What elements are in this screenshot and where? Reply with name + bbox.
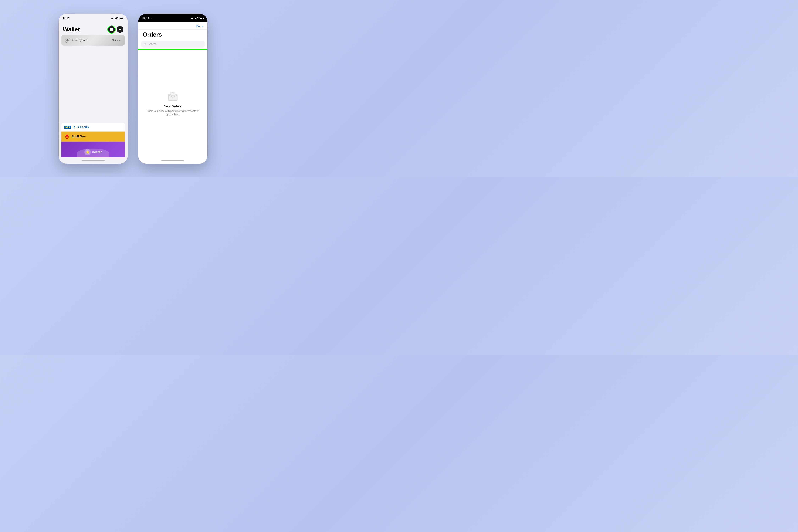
orders-signal-icon [191, 17, 194, 19]
svg-rect-7 [171, 92, 175, 95]
done-button[interactable]: Done [196, 24, 203, 28]
orders-phone: 12:14 4G Done Orders [138, 14, 208, 164]
barclaycard-type: Platinum [112, 39, 121, 42]
orders-battery-icon [199, 17, 203, 19]
barclaycard-logo-icon [65, 37, 71, 43]
orders-button[interactable] [108, 26, 115, 33]
barclaycard-item[interactable]: barclaycard Platinum [61, 35, 125, 45]
shell-card[interactable]: Shell Go+ [61, 132, 125, 141]
wallet-title: Wallet [63, 26, 80, 33]
wallet-phone: 12:13 4G Wallet [58, 14, 128, 164]
add-button[interactable] [117, 26, 124, 33]
orders-home-indicator [138, 157, 208, 164]
orders-status-icons: 4G [191, 17, 203, 19]
ikea-label: IKEA Family [73, 126, 89, 129]
nectar-bubble-decoration [77, 149, 109, 157]
svg-line-5 [145, 45, 146, 45]
wallet-status-icons: 4G [111, 17, 124, 19]
orders-title-row: Orders [138, 30, 208, 40]
home-bar [81, 160, 104, 161]
orders-title: Orders [142, 31, 203, 38]
orders-time: 12:14 [142, 17, 152, 20]
cube-icon [110, 28, 113, 31]
wallet-content: Wallet [58, 22, 128, 157]
your-orders-title: Your Orders [164, 105, 182, 108]
shell-logo-icon [64, 134, 70, 139]
home-indicator [58, 157, 128, 164]
svg-point-3 [68, 39, 68, 40]
location-icon [150, 17, 152, 19]
svg-point-4 [144, 43, 146, 45]
barclaycard-name: barclaycard [72, 39, 88, 42]
orders-network-label: 4G [195, 17, 198, 19]
wallet-time: 12:13 [63, 17, 69, 20]
ikea-card[interactable]: IKEA IKEA Family [61, 123, 125, 132]
your-orders-subtitle: Orders you place with participating merc… [142, 109, 203, 116]
package-icon [167, 91, 178, 102]
search-bar[interactable]: Search [141, 41, 205, 48]
orders-home-bar [162, 160, 185, 161]
wallet-header: Wallet [58, 22, 128, 35]
orders-header: Done [138, 22, 208, 30]
network-label: 4G [115, 17, 118, 19]
wallet-empty-space [58, 47, 128, 123]
loyalty-cards: IKEA IKEA Family Shell Go+ 🌟 nectar [58, 123, 128, 157]
orders-empty-area: Your Orders Orders you place with partic… [138, 50, 208, 157]
wallet-status-bar: 12:13 4G [58, 14, 128, 22]
search-icon [143, 43, 146, 45]
orders-status-bar: 12:14 4G [138, 14, 208, 22]
plus-icon [118, 28, 122, 31]
nectar-card[interactable]: 🌟 nectar [61, 141, 125, 157]
ikea-logo-icon: IKEA [64, 126, 71, 129]
search-placeholder: Search [148, 42, 157, 46]
barclaycard-logo: barclaycard [65, 37, 88, 43]
wallet-actions [108, 26, 124, 33]
signal-icon [111, 17, 114, 19]
battery-icon [119, 17, 124, 19]
shell-label: Shell Go+ [72, 135, 86, 138]
